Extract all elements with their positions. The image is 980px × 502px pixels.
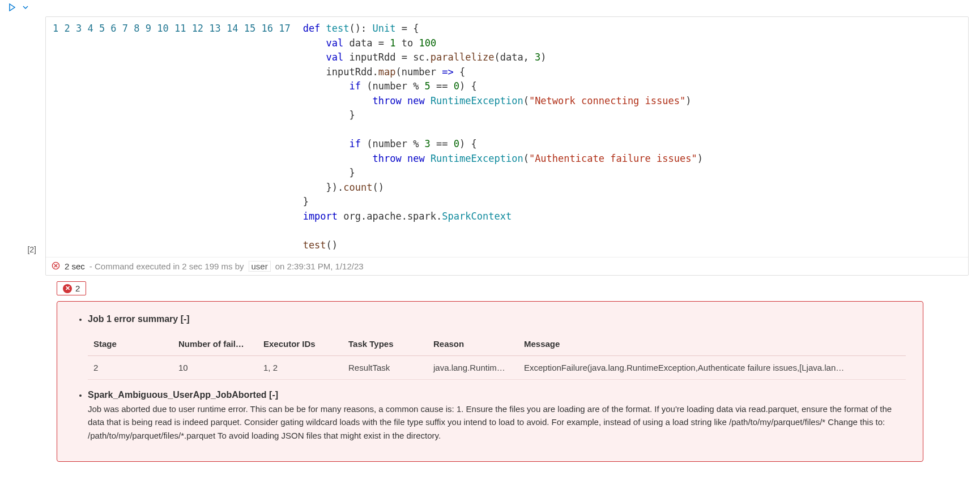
collapse-toggle[interactable]: [-] <box>269 390 278 400</box>
chevron-down-icon <box>22 3 29 11</box>
error-description: Job was aborted due to user runtime erro… <box>88 402 906 442</box>
table-cell: java.lang.Runtim… <box>428 356 518 380</box>
table-header: Executor IDs <box>258 332 343 356</box>
status-timestamp: on 2:39:31 PM, 1/12/23 <box>275 261 364 271</box>
cell-status-bar: 2 sec - Command executed in 2 sec 199 ms… <box>46 257 968 275</box>
error-item: Spark_Ambiguous_UserApp_JobAborted [-]Jo… <box>88 390 906 442</box>
error-item-title[interactable]: Job 1 error summary [-] <box>88 314 190 324</box>
error-summary-table: StageNumber of fail…Executor IDsTask Typ… <box>88 332 906 380</box>
run-button[interactable] <box>8 3 16 13</box>
error-item: Job 1 error summary [-]StageNumber of fa… <box>88 314 906 380</box>
status-user: user <box>249 261 271 272</box>
error-tab-count: 2 <box>75 284 80 293</box>
table-header: Stage <box>88 332 173 356</box>
code-editor[interactable]: 1 2 3 4 5 6 7 8 9 10 11 12 13 14 15 16 1… <box>46 17 968 257</box>
table-cell: 1, 2 <box>258 356 343 380</box>
line-numbers: 1 2 3 4 5 6 7 8 9 10 11 12 13 14 15 16 1… <box>53 22 303 252</box>
run-dropdown[interactable] <box>22 3 29 13</box>
error-count-badge-icon: ✕ <box>63 284 72 293</box>
error-panel: Job 1 error summary [-]StageNumber of fa… <box>57 301 923 462</box>
table-header: Message <box>518 332 906 356</box>
status-duration: 2 sec <box>65 261 85 271</box>
play-icon <box>8 3 16 11</box>
code-body[interactable]: def test(): Unit = { val data = 1 to 100… <box>303 22 703 252</box>
error-item-title[interactable]: Spark_Ambiguous_UserApp_JobAborted [-] <box>88 390 278 400</box>
execution-count: [2] <box>0 16 45 254</box>
error-indicator-icon <box>52 261 60 272</box>
table-header: Task Types <box>343 332 428 356</box>
table-header: Number of fail… <box>173 332 258 356</box>
table-cell: ResultTask <box>343 356 428 380</box>
error-tab[interactable]: ✕ 2 <box>57 281 86 295</box>
table-cell: 2 <box>88 356 173 380</box>
collapse-toggle[interactable]: [-] <box>181 314 190 324</box>
code-cell[interactable]: 1 2 3 4 5 6 7 8 9 10 11 12 13 14 15 16 1… <box>45 16 969 276</box>
table-row[interactable]: 2101, 2ResultTaskjava.lang.Runtim…Except… <box>88 356 906 380</box>
table-cell: 10 <box>173 356 258 380</box>
table-header: Reason <box>428 332 518 356</box>
table-cell: ExceptionFailure(java.lang.RuntimeExcept… <box>518 356 906 380</box>
status-executed-in: - Command executed in 2 sec 199 ms by <box>90 261 244 271</box>
